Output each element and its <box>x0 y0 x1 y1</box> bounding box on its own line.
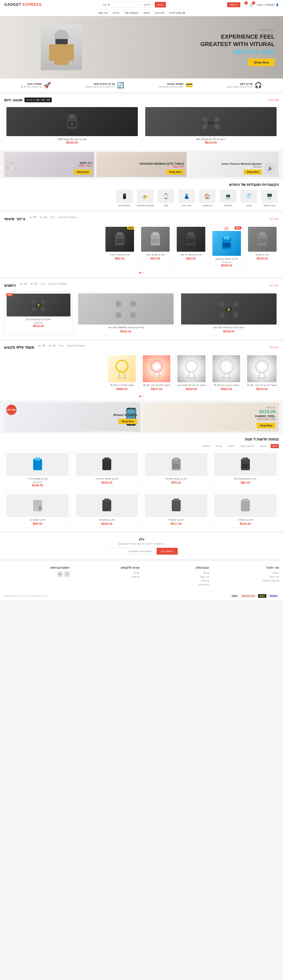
mid-banner-fabric-button[interactable]: Shop Now <box>257 423 275 428</box>
footer-link-customer-1[interactable]: אודות <box>74 571 140 574</box>
selfie-dot-2-active[interactable] <box>139 396 141 397</box>
selfie-tab-latest[interactable]: נוספות לחדשות <box>67 344 85 348</box>
dot-1[interactable] <box>142 272 144 274</box>
xiaomi-products-row: תיק גב שיאומי ₪105.00 60% MI תיק גב שיאו… <box>4 224 279 269</box>
drones-tab-all[interactable]: הכל <box>41 282 45 286</box>
arrival-tab-bags[interactable]: תיקים <box>258 444 268 448</box>
category-clothing[interactable]: 👗 ביגוד וחדד <box>177 189 196 207</box>
footer-link-services-1[interactable]: אודות <box>144 571 209 574</box>
nav-category[interactable]: ⊞ קטגוריות ▾ <box>169 11 185 14</box>
arrival-product-8[interactable]: תיק גב שיאומי 11 ₪88.00 <box>4 492 71 528</box>
drones-tab-latest[interactable]: נוספות לחדשות <box>49 282 67 286</box>
countdown-timer: 02 : 56 : 06 Ends in <box>24 97 52 102</box>
nav-domain[interactable]: תחום <box>144 11 150 14</box>
signup-button[interactable]: הרשמה <box>227 2 240 7</box>
arrival-product-2-price: ₪76.00 <box>145 481 207 484</box>
arrival-product-2[interactable]: תיק גב שיאומי אדום 19 ₪76.00 <box>143 451 210 489</box>
xiaomi-product-4[interactable]: תיק גב שיאומי אדום ₪76.00 <box>139 224 172 269</box>
category-watches[interactable]: ⌚ שעון <box>157 189 175 207</box>
facebook-icon[interactable]: f <box>65 571 70 577</box>
category-drones[interactable]: 🚁 מסטגרים מסולרים <box>136 189 155 207</box>
xiaomi-product-3[interactable]: תיק גב שיאומי קל ונוח ₪25.00 <box>174 224 207 269</box>
selfie-tab-30[interactable]: 30 יום <box>49 344 55 348</box>
xiaomi-see-all[interactable]: ראה הכל <box>269 218 279 220</box>
arrival-product-3[interactable]: תיק גב שיאומי קל ונוח 3 ₪295.00 <box>74 451 141 489</box>
footer-link-about-3[interactable]: מדיניות פרטיות <box>213 579 279 582</box>
selfie-product-4[interactable]: מעמד סלפי 14 אינץ׳ RL-85 ₪257.00 <box>141 353 172 393</box>
selfie-tab-all[interactable]: הכל <box>59 344 63 348</box>
xiaomi-product-2[interactable]: 60% MI תיק גב שיאומי עם מטען ₪169.00 ₪16… <box>210 224 243 269</box>
search-button[interactable]: חפש <box>155 2 166 8</box>
nav-about[interactable]: אודות <box>113 11 120 14</box>
selfie-tab-90[interactable]: 90 יום <box>38 344 45 348</box>
selfie-dot-1[interactable] <box>142 396 144 397</box>
xiaomi-tab-latest[interactable]: נוספות לחדשות <box>58 216 76 220</box>
category-phones[interactable]: 📱 טלפונים חיים <box>115 189 134 207</box>
newsletter-button[interactable]: הרשמו כאן <box>157 548 178 555</box>
selfie-product-1[interactable]: מעמד רינג אור 14 אינץ׳ RL-85 ₪246.00 <box>245 353 279 393</box>
drone-product-1[interactable]: רחפן מד-15 עם מצלמה HD רחפן ₪438.00 <box>179 291 279 335</box>
arrival-tab-health[interactable]: רשויות <box>226 444 236 448</box>
footer-link-services-2[interactable]: צור קשר <box>144 575 209 578</box>
arrival-product-5[interactable]: תיק גב שיאומי 8 ₪105.00 <box>212 492 279 528</box>
wishlist-area[interactable]: ♡ 0 <box>243 3 247 7</box>
xiaomi-product-1[interactable]: תיק גב שיאומי ₪105.00 <box>246 224 279 269</box>
promo-3-button[interactable]: Shop Now <box>74 170 92 175</box>
nav-contact[interactable]: צור קשר <box>98 11 108 14</box>
dot-2-active[interactable] <box>139 272 141 274</box>
arrival-product-4[interactable]: תיק גב שיאומי כחול 7 ₪195.00 ₪195.00 <box>4 451 71 489</box>
search-input[interactable] <box>112 2 153 8</box>
hero-shop-button[interactable]: Shop Now <box>248 59 275 66</box>
selfie-product-3[interactable]: מעמד רינג אור RL-04 מקצועי ₪492.00 <box>175 353 208 393</box>
drones-see-all[interactable]: ראה הכל <box>269 284 279 287</box>
today-deals-see-all[interactable]: צפה בהכל <box>268 99 279 102</box>
footer-link-services-3[interactable]: מדיניות <box>144 579 209 582</box>
nav-today[interactable]: לנו דורנו <box>155 11 165 14</box>
category-computers[interactable]: 🖥️ אביזרי מחשב <box>260 189 279 207</box>
xiaomi-tab-90[interactable]: 90 יום <box>29 216 36 220</box>
footer-link-about-1[interactable]: אודות <box>213 571 279 574</box>
arrival-product-7[interactable]: תיק גב שיאומי 10 ₪265.00 <box>74 492 141 528</box>
arrival-product-1-image <box>214 453 277 476</box>
drones-tab-30[interactable]: 30 יום <box>30 282 37 286</box>
arrival-tab-storage[interactable]: אחסנה <box>201 444 212 448</box>
arrival-tab-electronics[interactable]: אלקטרוניקה <box>239 444 256 448</box>
instagram-icon[interactable]: in <box>57 571 63 577</box>
deal-product-1[interactable]: רחפן מד-15 עם מצלמה HD ₪210.00 <box>143 105 279 147</box>
promo-1-button[interactable]: Shop Now <box>244 170 262 175</box>
promo-2-button[interactable]: Shop Now <box>166 170 184 175</box>
feature-247: 🎧 שירות 24/7 שירות לקוחות מסביב לשעון <box>227 82 262 89</box>
arrival-tab-all[interactable]: כולם <box>270 444 279 448</box>
nav-my[interactable]: הקמנום שלי <box>125 11 139 14</box>
drone-product-2[interactable]: F-4S עם מצלמה HD CAMERA רחפן ₪492.00 <box>76 291 176 335</box>
category-home[interactable]: 🏠 בית ומטבח <box>198 189 217 207</box>
svg-point-76 <box>116 360 128 372</box>
selfie-see-all[interactable]: ראה הכל <box>269 346 279 349</box>
footer-link-customer-2[interactable]: מדיניות <box>74 575 140 578</box>
login-area[interactable]: 👤 Log in / Register <box>257 3 279 6</box>
category-laptops[interactable]: 💻 מחשבים <box>219 189 237 207</box>
footer-link-about-2[interactable]: צור קשר <box>213 575 279 578</box>
drone-product-3[interactable]: 26% רחפן מד-5 עם מצלמה G-9 ₪210.00 ₪210.… <box>4 291 73 335</box>
arrival-product-1-name: תיק גב שיאומי בגודל 18 <box>214 477 277 480</box>
deal-product-2[interactable]: תיק גב חכם עם יציאת USB ₪195.00 <box>4 105 140 147</box>
xiaomi-tab-all[interactable]: הכל <box>50 216 55 220</box>
xiaomi-tab-30[interactable]: 30 יום <box>40 216 47 220</box>
arrival-tab-clothing[interactable]: בגדים <box>214 444 223 448</box>
search-dropdown[interactable]: ▼ הכל <box>103 3 110 6</box>
cart-area[interactable]: 🛒 0 <box>250 3 254 7</box>
category-drones-image: 🚁 <box>137 189 153 203</box>
deal-product-1-image <box>145 107 277 136</box>
arrival-product-8-name: תיק גב שיאומי 11 <box>6 519 69 521</box>
category-watches-image: ⌚ <box>158 189 174 203</box>
newsletter-email-input[interactable] <box>105 548 155 555</box>
selfie-product-5[interactable]: מעמד סלפי 3 ב-1 RL-85 ₪466.00 <box>106 353 138 393</box>
drones-tab-90[interactable]: 90 יום <box>20 282 27 286</box>
arrival-product-6[interactable]: תיק גב שיאומי 9 ₪317.00 <box>143 492 210 528</box>
arrival-product-1[interactable]: תיק גב שיאומי בגודל 18 ₪82.00 <box>212 451 279 489</box>
xiaomi-product-5[interactable]: NEW תיק גב שיאומי דגם 2 ₪82.00 <box>103 224 136 269</box>
selfie-product-2[interactable]: מעמד רינג אור גדול RL-85 ₪462.00 <box>210 353 242 393</box>
category-men[interactable]: 👕 גברים <box>239 189 258 207</box>
footer-link-services-4[interactable]: חנות שלנו <box>144 583 209 586</box>
mid-banner-iphone-button[interactable]: Shop Now <box>118 419 137 424</box>
